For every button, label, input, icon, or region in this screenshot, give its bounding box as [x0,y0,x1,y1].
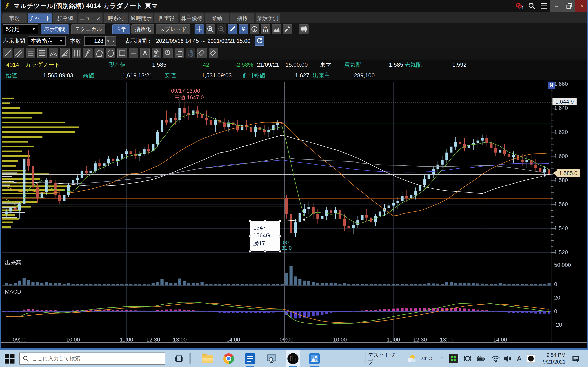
note-leader-handle[interactable] [303,218,305,221]
toolbar-overflow-chevron[interactable]: » [392,350,395,356]
start-button[interactable] [2,350,17,367]
task-view-button[interactable] [172,350,186,367]
button-表示期間[interactable]: 表示期間 [41,25,69,34]
timeframe-dropdown[interactable]: 5分足▼ [3,25,38,34]
tab-指標[interactable]: 指標 [230,13,255,23]
taskbar-search[interactable] [19,352,165,365]
fan-lines-tool[interactable] [60,48,70,58]
battery-icon[interactable] [475,350,487,367]
vertical-lines-tool[interactable] [72,48,81,58]
tray-green-app-icon[interactable] [448,350,459,367]
tab-業績[interactable]: 業績 [205,13,229,23]
tab-歩み値[interactable]: 歩み値 [53,13,77,23]
info-icon[interactable]: i [250,25,259,34]
horizontal-lines-3-tool[interactable] [26,48,35,58]
tab-市況[interactable]: 市況 [2,13,27,23]
speaker-icon[interactable] [502,350,513,367]
parallel-lines-tool[interactable] [15,48,24,58]
restore-button[interactable] [563,0,575,12]
action-center-icon[interactable] [570,350,582,367]
reset-period-button[interactable] [255,36,264,46]
taskbar-app-file-explorer[interactable] [200,350,214,367]
news-badge[interactable]: N [548,82,555,89]
button-指数化[interactable]: 指数化 [131,25,154,34]
note-box-handle[interactable] [249,235,251,238]
quote-date: 21/09/21 [257,59,279,70]
note-box-handle[interactable] [249,220,251,222]
ime-mode-icon[interactable] [525,350,536,367]
taskbar-clock[interactable]: 9:54 PM 9/21/2021 [536,352,566,365]
ime-language-icon[interactable]: A [514,350,524,367]
search-icon[interactable] [526,0,538,12]
button-テクニカル[interactable]: テクニカル [71,25,105,34]
count-input[interactable] [84,36,105,46]
window-border-right [587,0,588,350]
count-down-button[interactable]: ▼ [105,36,111,46]
ellipse-tool[interactable] [106,48,115,58]
tab-ニュース[interactable]: ニュース [78,13,103,23]
open-label: 始値 [6,70,17,81]
taskbar-app-photos[interactable] [308,350,321,367]
volume-value: 289,100 [346,70,375,81]
zoom-out-icon [217,25,226,34]
prev-close-label: 前日終値 [242,70,265,81]
note-box-handle[interactable] [279,220,281,222]
link-icon[interactable]: 1 [513,0,526,12]
taskbar-app-blue-docs[interactable] [243,350,257,367]
tab-四季報[interactable]: 四季報 [154,13,179,23]
note-box[interactable]: 1547 1564G 勝17 [250,221,280,251]
tab-業績予測[interactable]: 業績予測 [255,13,280,23]
note-box-handle[interactable] [279,235,281,238]
hand-tool[interactable] [186,48,195,58]
text-tool[interactable]: A [140,48,150,58]
icon-stamp-tool[interactable]: ICON [152,48,161,58]
tab-株主優待[interactable]: 株主優待 [180,13,204,23]
zoom-in-icon[interactable] [206,25,215,34]
area-chart-icon[interactable] [272,25,281,34]
price-chart-canvas[interactable] [0,80,588,350]
high-annotation: 09/17 13:00 高値 1647.0 [171,88,204,101]
note-box-handle[interactable] [264,220,267,222]
horizontal-segment-tool[interactable] [129,48,138,58]
eraser-tool[interactable] [198,48,207,58]
close-button[interactable]: × [575,0,588,12]
window-title: マルチツール(個別銘柄) 4014 カラダノート 東マ [13,2,158,10]
tab-時系列[interactable]: 時系列 [104,13,128,23]
eraser-all-tool[interactable]: A [209,48,218,58]
crosshair-icon[interactable] [195,25,204,34]
trend-line-tool[interactable] [3,48,12,58]
desktop-toolbar[interactable]: デスクトップ [368,350,397,367]
note-box-handle[interactable] [249,250,251,253]
menu-icon[interactable] [538,0,550,12]
taskbar-app-chrome[interactable] [222,350,235,367]
camera-icon[interactable] [462,350,473,367]
horizontal-lines-4-tool[interactable] [37,48,47,58]
rectangle-tool[interactable] [117,48,127,58]
time-cycle-tool[interactable] [163,48,173,58]
printer-icon[interactable] [299,25,309,34]
pentagon-tool[interactable] [95,48,104,58]
note-box-handle[interactable] [279,250,281,253]
duplicate-tool[interactable] [174,48,184,58]
minimize-button[interactable]: – [550,0,563,12]
weather-icon[interactable] [405,350,417,367]
yen-icon[interactable]: ¥ [239,25,248,34]
button-通常[interactable]: 通常 [112,25,130,34]
note-box-handle[interactable] [264,250,267,253]
tray-chevron-icon[interactable]: ⌃ [437,350,447,367]
tab-チャート[interactable]: チャート [27,13,52,23]
taskbar-app-screen-search[interactable] [265,350,278,367]
my-chart-icon[interactable]: MY [261,25,270,34]
button-スプレッド[interactable]: スプレッド [156,25,190,34]
period-mode-dropdown[interactable]: 本数指定▼ [28,36,66,46]
wrench-icon[interactable] [283,25,292,34]
pencil-icon[interactable] [228,25,237,34]
wifi-icon[interactable] [490,350,502,367]
weather-temp[interactable]: 24°C [418,350,434,367]
search-input[interactable] [32,355,146,362]
taskbar-app-chart-app[interactable] [286,350,300,367]
fibonacci-arc-tool[interactable] [49,48,58,58]
tab-適時開示[interactable]: 適時開示 [129,13,153,23]
count-up-button[interactable]: ▲ [111,36,116,46]
gann-fan-tool[interactable] [83,48,93,58]
